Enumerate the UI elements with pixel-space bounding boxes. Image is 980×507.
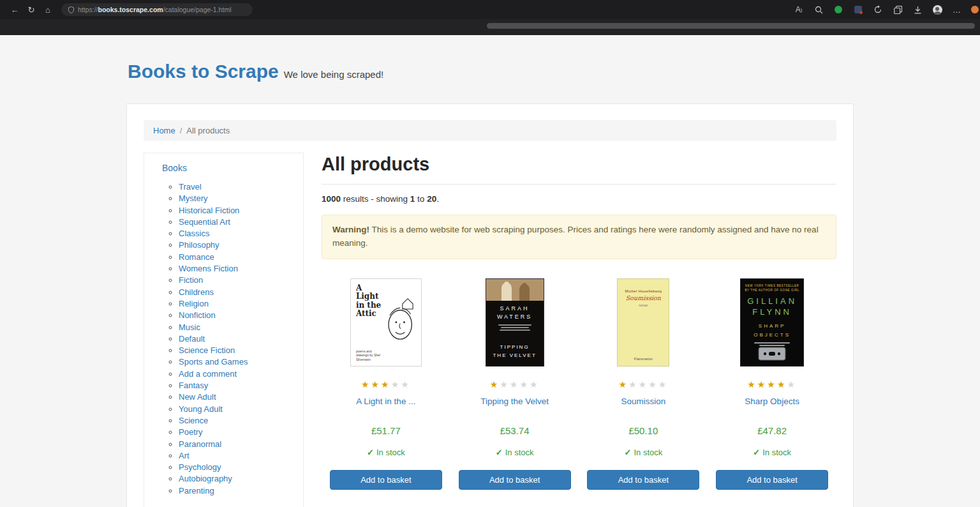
sidebar-category-link[interactable]: Young Adult bbox=[179, 404, 223, 414]
main-content: All products 1000 results - showing 1 to… bbox=[322, 153, 836, 507]
star-filled-icon: ★ bbox=[767, 379, 777, 390]
back-icon[interactable]: ← bbox=[6, 3, 23, 17]
sidebar-category-link[interactable]: Parenting bbox=[179, 486, 214, 496]
sidebar-category-link[interactable]: Music bbox=[179, 322, 200, 332]
sidebar-category-item: Travel bbox=[179, 181, 297, 193]
star-empty-icon: ★ bbox=[530, 379, 540, 390]
sidebar-category-link[interactable]: Religion bbox=[179, 299, 209, 308]
read-aloud-icon[interactable]: A) bbox=[793, 4, 805, 15]
check-icon: ✓ bbox=[753, 448, 760, 457]
add-to-basket-button[interactable]: Add to basket bbox=[459, 470, 571, 490]
star-filled-icon: ★ bbox=[618, 379, 628, 390]
sidebar-category-link[interactable]: Poetry bbox=[179, 427, 203, 437]
product-cover-link[interactable]: Michel Houellebecq Soumission roman Flam… bbox=[617, 278, 669, 367]
book-cover-soumission: Michel Houellebecq Soumission roman Flam… bbox=[617, 278, 669, 367]
breadcrumb-home-link[interactable]: Home bbox=[153, 126, 175, 135]
sidebar-category-link[interactable]: Art bbox=[179, 451, 189, 460]
cover-title-text: SHARP OBJECTS bbox=[753, 322, 791, 339]
title-divider bbox=[322, 184, 836, 185]
zoom-icon[interactable] bbox=[813, 4, 824, 15]
cover-publisher-text: Flammarion bbox=[618, 357, 669, 361]
product-price: £47.82 bbox=[757, 425, 787, 436]
product-grid: A Light in the Attic bbox=[322, 278, 836, 490]
sidebar-category-link[interactable]: Sequential Art bbox=[179, 217, 230, 227]
product-cover-link[interactable]: SARAH WATERS TIPPING THE VELVET bbox=[486, 278, 544, 367]
sidebar-category-item: Young Adult bbox=[179, 404, 297, 415]
sidebar-category-item: Science Fiction bbox=[179, 345, 297, 356]
product-title-link[interactable]: Soumission bbox=[621, 397, 665, 406]
star-empty-icon: ★ bbox=[510, 379, 520, 390]
sidebar-category-link[interactable]: Romance bbox=[179, 252, 214, 262]
star-filled-icon: ★ bbox=[757, 379, 768, 390]
site-logo-link[interactable]: Books to Scrape bbox=[128, 61, 279, 82]
site-shield-icon[interactable] bbox=[68, 6, 74, 13]
cover-title-text: Soumission bbox=[618, 294, 669, 301]
sidebar-category-link[interactable]: Fantasy bbox=[179, 381, 208, 390]
cover-razor-illustration bbox=[758, 347, 786, 361]
site-header: Books to ScrapeWe love being scraped! bbox=[126, 35, 854, 103]
sidebar-category-link[interactable]: Sports and Games bbox=[179, 357, 248, 367]
star-empty-icon: ★ bbox=[787, 379, 797, 390]
product-cover-link[interactable]: NEW YORK TIMES BESTSELLERBY THE AUTHOR O… bbox=[740, 278, 804, 367]
downloads-icon[interactable] bbox=[912, 4, 923, 15]
results-count: 1000 bbox=[322, 194, 341, 204]
sidebar-category-link[interactable]: Philosophy bbox=[179, 240, 219, 250]
sidebar-category-item: Romance bbox=[179, 252, 297, 263]
add-to-basket-button[interactable]: Add to basket bbox=[587, 470, 699, 490]
demo-warning-banner: Warning! This is a demo website for web … bbox=[322, 215, 836, 259]
sidebar-category-item: Childrens bbox=[179, 287, 297, 298]
sidebar-category-link[interactable]: Nonfiction bbox=[179, 310, 216, 320]
star-empty-icon: ★ bbox=[519, 379, 530, 390]
sidebar-category-link[interactable]: Default bbox=[179, 334, 205, 344]
home-icon[interactable]: ⌂ bbox=[40, 3, 56, 17]
extension-green-icon[interactable] bbox=[833, 4, 844, 15]
availability-status: ✓In stock bbox=[753, 448, 791, 457]
sidebar-category-link[interactable]: Science Fiction bbox=[179, 345, 235, 355]
product-title-link[interactable]: Tipping the Velvet bbox=[480, 397, 549, 406]
sidebar-category-item: Parenting bbox=[179, 485, 297, 497]
cover-title-text: A Light in the Attic bbox=[351, 279, 384, 319]
sidebar-category-item: Philosophy bbox=[179, 239, 297, 251]
edge-partial-icon[interactable] bbox=[971, 6, 979, 13]
sidebar-category-link[interactable]: Add a comment bbox=[179, 369, 237, 379]
sidebar-category-link[interactable]: New Adult bbox=[179, 392, 216, 402]
add-to-basket-button[interactable]: Add to basket bbox=[330, 470, 442, 490]
extension-dark-icon[interactable] bbox=[852, 4, 864, 15]
sidebar-category-link[interactable]: Classics bbox=[179, 229, 209, 238]
sidebar-category-link[interactable]: Psychology bbox=[179, 462, 221, 472]
sidebar-category-link[interactable]: Fiction bbox=[179, 275, 203, 285]
product-title-link[interactable]: A Light in the ... bbox=[356, 397, 415, 406]
sidebar-category-link[interactable]: Historical Fiction bbox=[179, 206, 239, 215]
sidebar-category-link[interactable]: Science bbox=[179, 416, 208, 425]
sidebar-category-link[interactable]: Childrens bbox=[179, 287, 214, 297]
sidebar-category-item: Poetry bbox=[179, 427, 297, 438]
product-cover-link[interactable]: A Light in the Attic bbox=[350, 278, 422, 367]
web-page: Books to ScrapeWe love being scraped! Ho… bbox=[0, 35, 980, 507]
product-card: NEW YORK TIMES BESTSELLERBY THE AUTHOR O… bbox=[708, 278, 836, 490]
cover-smalltext-lines bbox=[754, 342, 790, 346]
star-filled-icon: ★ bbox=[371, 379, 382, 390]
product-title-link[interactable]: Sharp Objects bbox=[745, 397, 799, 406]
page-title: All products bbox=[322, 154, 836, 175]
sync-icon[interactable] bbox=[872, 4, 884, 15]
sidebar-category-link[interactable]: Travel bbox=[179, 182, 202, 192]
collections-icon[interactable] bbox=[892, 4, 903, 15]
browser-secondary-bar bbox=[0, 19, 980, 35]
sidebar-category-link[interactable]: Mystery bbox=[179, 193, 208, 203]
sidebar-category-link[interactable]: Paranormal bbox=[179, 439, 221, 449]
address-bar[interactable]: https://books.toscrape.com/catalogue/pag… bbox=[61, 3, 253, 16]
reload-icon[interactable]: ↻ bbox=[23, 3, 40, 17]
sidebar-category-link[interactable]: Autobiography bbox=[179, 474, 232, 483]
cover-author-text: GILLIAN FLYNN bbox=[745, 296, 799, 318]
check-icon: ✓ bbox=[496, 448, 503, 457]
sidebar-category-item: Nonfiction bbox=[179, 310, 297, 321]
star-empty-icon: ★ bbox=[658, 379, 669, 390]
more-menu-icon[interactable]: … bbox=[951, 4, 963, 15]
availability-status: ✓In stock bbox=[625, 448, 663, 457]
browser-actions: A) … bbox=[793, 4, 974, 15]
sidebar-category-link[interactable]: Womens Fiction bbox=[179, 264, 238, 273]
sidebar-books-link[interactable]: Books bbox=[162, 163, 297, 173]
add-to-basket-button[interactable]: Add to basket bbox=[716, 470, 828, 490]
sidebar-category-item: Add a comment bbox=[179, 368, 297, 380]
profile-avatar[interactable] bbox=[932, 4, 943, 15]
